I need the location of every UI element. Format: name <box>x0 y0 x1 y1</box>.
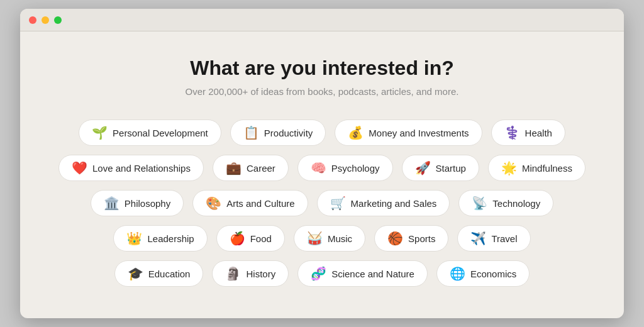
history-label: History <box>246 269 275 279</box>
tag-personal-development[interactable]: 🌱Personal Development <box>79 119 221 146</box>
tag-row-3: 👑Leadership🍎Food🥁Music🏀Sports✈️Travel <box>113 225 530 252</box>
tag-psychology[interactable]: 🧠Psychology <box>297 155 393 181</box>
startup-icon: 🚀 <box>415 162 431 174</box>
tags-container: 🌱Personal Development📋Productivity💰Money… <box>52 119 592 287</box>
page-title: What are you interested in? <box>52 57 592 80</box>
app-window: What are you interested in? Over 200,000… <box>20 9 624 318</box>
leadership-label: Leadership <box>147 233 194 244</box>
music-icon: 🥁 <box>307 232 323 245</box>
marketing-and-sales-label: Marketing and Sales <box>351 198 437 209</box>
arts-and-culture-label: Arts and Culture <box>226 198 294 209</box>
science-and-nature-icon: 🧬 <box>311 267 326 280</box>
music-label: Music <box>328 233 352 244</box>
tag-health[interactable]: ⚕️Health <box>491 119 565 146</box>
tag-technology[interactable]: 📡Technology <box>458 190 553 216</box>
tag-food[interactable]: 🍎Food <box>216 225 285 252</box>
education-label: Education <box>148 269 191 279</box>
personal-development-label: Personal Development <box>113 128 208 138</box>
love-and-relationships-icon: ❤️ <box>72 162 87 174</box>
philosophy-icon: 🏛️ <box>104 197 119 209</box>
travel-icon: ✈️ <box>470 232 486 245</box>
tag-marketing-and-sales[interactable]: 🛒Marketing and Sales <box>317 190 450 216</box>
tag-history[interactable]: 🗿History <box>212 260 289 287</box>
travel-label: Travel <box>491 233 517 244</box>
food-icon: 🍎 <box>230 232 245 245</box>
career-label: Career <box>247 163 275 174</box>
main-content: What are you interested in? Over 200,000… <box>20 31 624 318</box>
tag-row-1: ❤️Love and Relationships💼Career🧠Psycholo… <box>58 155 586 181</box>
tag-row-2: 🏛️Philosophy🎨Arts and Culture🛒Marketing … <box>91 190 553 216</box>
tag-productivity[interactable]: 📋Productivity <box>230 119 326 146</box>
education-icon: 🎓 <box>128 267 143 280</box>
arts-and-culture-icon: 🎨 <box>206 197 221 209</box>
maximize-button[interactable] <box>54 16 62 24</box>
tag-leadership[interactable]: 👑Leadership <box>113 225 207 252</box>
leadership-icon: 👑 <box>126 232 142 245</box>
tag-row-4: 🎓Education🗿History🧬Science and Nature🌐Ec… <box>114 260 530 287</box>
mindfulness-label: Mindfulness <box>522 163 572 174</box>
love-and-relationships-label: Love and Relationships <box>92 163 191 174</box>
minimize-button[interactable] <box>42 16 49 24</box>
psychology-label: Psychology <box>331 163 380 174</box>
startup-label: Startup <box>436 163 466 174</box>
tag-music[interactable]: 🥁Music <box>294 225 365 252</box>
philosophy-label: Philosophy <box>125 198 170 209</box>
titlebar <box>20 9 624 31</box>
tag-arts-and-culture[interactable]: 🎨Arts and Culture <box>192 190 308 216</box>
technology-icon: 📡 <box>472 197 487 209</box>
psychology-icon: 🧠 <box>311 162 326 174</box>
health-label: Health <box>525 128 552 138</box>
tag-economics[interactable]: 🌐Economics <box>436 260 530 287</box>
tag-startup[interactable]: 🚀Startup <box>402 155 479 181</box>
tag-row-0: 🌱Personal Development📋Productivity💰Money… <box>79 119 565 146</box>
page-subtitle: Over 200,000+ of ideas from books, podca… <box>52 86 592 97</box>
marketing-and-sales-icon: 🛒 <box>330 197 346 209</box>
close-button[interactable] <box>29 16 36 24</box>
productivity-label: Productivity <box>264 128 313 138</box>
economics-icon: 🌐 <box>450 267 465 280</box>
tag-mindfulness[interactable]: 🌟Mindfulness <box>488 155 586 181</box>
sports-label: Sports <box>408 233 435 244</box>
career-icon: 💼 <box>226 162 242 174</box>
tag-travel[interactable]: ✈️Travel <box>457 225 530 252</box>
tag-sports[interactable]: 🏀Sports <box>374 225 448 252</box>
tag-science-and-nature[interactable]: 🧬Science and Nature <box>297 260 428 287</box>
tag-career[interactable]: 💼Career <box>213 155 289 181</box>
science-and-nature-label: Science and Nature <box>331 269 414 279</box>
money-and-investments-icon: 💰 <box>348 126 364 139</box>
personal-development-icon: 🌱 <box>92 126 108 139</box>
mindfulness-icon: 🌟 <box>501 162 517 174</box>
health-icon: ⚕️ <box>504 126 520 139</box>
money-and-investments-label: Money and Investments <box>369 128 469 138</box>
technology-label: Technology <box>492 198 540 209</box>
tag-money-and-investments[interactable]: 💰Money and Investments <box>335 119 482 146</box>
tag-philosophy[interactable]: 🏛️Philosophy <box>91 190 184 216</box>
tag-love-and-relationships[interactable]: ❤️Love and Relationships <box>58 155 204 181</box>
sports-icon: 🏀 <box>387 232 403 245</box>
food-label: Food <box>250 233 272 244</box>
tag-education[interactable]: 🎓Education <box>114 260 204 287</box>
economics-label: Economics <box>470 269 516 279</box>
productivity-icon: 📋 <box>243 126 259 139</box>
history-icon: 🗿 <box>225 267 241 280</box>
